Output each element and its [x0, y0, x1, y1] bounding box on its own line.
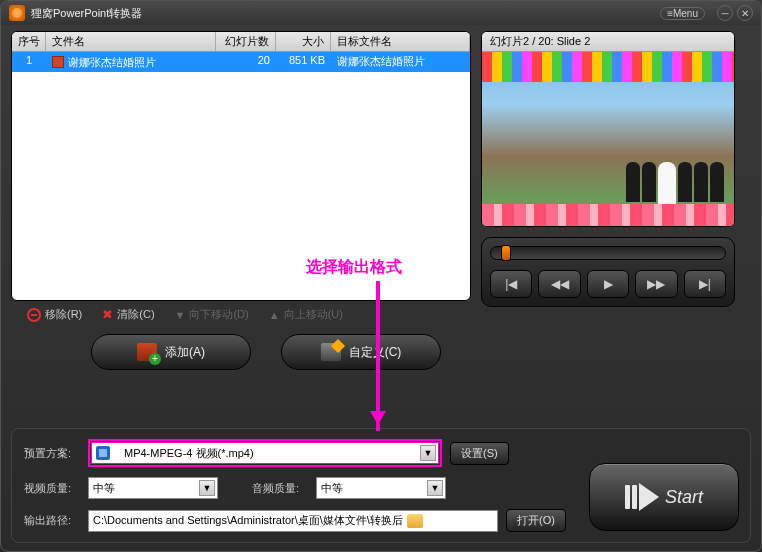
col-name[interactable]: 文件名	[46, 32, 216, 51]
menu-button[interactable]: ≡Menu	[660, 7, 705, 20]
preset-label: 预置方案:	[24, 446, 80, 461]
output-path-field[interactable]: C:\Documents and Settings\Administrator\…	[88, 510, 498, 532]
preview-controls: |◀ ◀◀ ▶ ▶▶ ▶|	[481, 237, 735, 307]
preview-title: 幻灯片2 / 20: Slide 2	[482, 32, 734, 52]
chevron-down-icon: ▼	[199, 480, 215, 496]
preview-image	[482, 52, 734, 226]
col-out[interactable]: 目标文件名	[331, 32, 470, 51]
last-button[interactable]: ▶|	[684, 270, 726, 298]
cell-slides: 20	[216, 52, 276, 72]
down-icon: ▼	[175, 309, 186, 321]
aq-label: 音频质量:	[252, 481, 308, 496]
output-label: 输出路径:	[24, 513, 80, 528]
col-num[interactable]: 序号	[12, 32, 46, 51]
preview-slider[interactable]	[490, 246, 726, 260]
prev-button[interactable]: ◀◀	[538, 270, 580, 298]
preset-select[interactable]: MP4-MPEG-4 视频(*.mp4)▼	[91, 442, 439, 464]
clear-button[interactable]: ✖清除(C)	[102, 307, 154, 322]
file-actions: 移除(R) ✖清除(C) ▼向下移动(D) ▲向上移动(U)	[11, 301, 471, 328]
app-title: 狸窝PowerPoint转换器	[31, 6, 660, 21]
file-list: 序号 文件名 幻灯片数 大小 目标文件名 1 谢娜张杰结婚照片 20 851 K…	[11, 31, 471, 301]
start-button[interactable]: Start	[589, 463, 739, 531]
add-icon	[137, 343, 157, 361]
remove-icon	[27, 308, 41, 322]
audio-quality-select[interactable]: 中等▼	[316, 477, 446, 499]
cell-name: 谢娜张杰结婚照片	[46, 52, 216, 72]
table-row[interactable]: 1 谢娜张杰结婚照片 20 851 KB 谢娜张杰结婚照片	[12, 52, 470, 72]
ppt-icon	[52, 56, 64, 68]
close-button[interactable]: ✕	[737, 5, 753, 21]
clear-icon: ✖	[102, 307, 113, 322]
first-button[interactable]: |◀	[490, 270, 532, 298]
cell-out: 谢娜张杰结婚照片	[331, 52, 470, 72]
open-button[interactable]: 打开(O)	[506, 509, 566, 532]
folder-icon[interactable]	[407, 514, 423, 528]
chevron-down-icon: ▼	[420, 445, 436, 461]
chevron-down-icon: ▼	[427, 480, 443, 496]
up-icon: ▲	[269, 309, 280, 321]
remove-button[interactable]: 移除(R)	[27, 307, 82, 322]
play-button[interactable]: ▶	[587, 270, 629, 298]
next-button[interactable]: ▶▶	[635, 270, 677, 298]
slider-knob[interactable]	[501, 245, 511, 261]
cell-num: 1	[12, 52, 46, 72]
add-button[interactable]: 添加(A)	[91, 334, 251, 370]
preview-panel: 幻灯片2 / 20: Slide 2 |◀ ◀◀ ▶ ▶▶ ▶|	[481, 31, 735, 328]
customize-icon	[321, 343, 341, 361]
cell-size: 851 KB	[276, 52, 331, 72]
start-icon	[625, 483, 659, 511]
file-list-header: 序号 文件名 幻灯片数 大小 目标文件名	[12, 32, 470, 52]
movedown-button[interactable]: ▼向下移动(D)	[175, 307, 249, 322]
video-quality-select[interactable]: 中等▼	[88, 477, 218, 499]
customize-button[interactable]: 自定义(C)	[281, 334, 441, 370]
minimize-button[interactable]: ─	[717, 5, 733, 21]
format-icon	[96, 446, 110, 460]
settings-button[interactable]: 设置(S)	[450, 442, 509, 465]
col-size[interactable]: 大小	[276, 32, 331, 51]
moveup-button[interactable]: ▲向上移动(U)	[269, 307, 343, 322]
app-logo-icon	[9, 5, 25, 21]
vq-label: 视频质量:	[24, 481, 80, 496]
titlebar: 狸窝PowerPoint转换器 ≡Menu ─ ✕	[1, 1, 761, 25]
col-slides[interactable]: 幻灯片数	[216, 32, 276, 51]
